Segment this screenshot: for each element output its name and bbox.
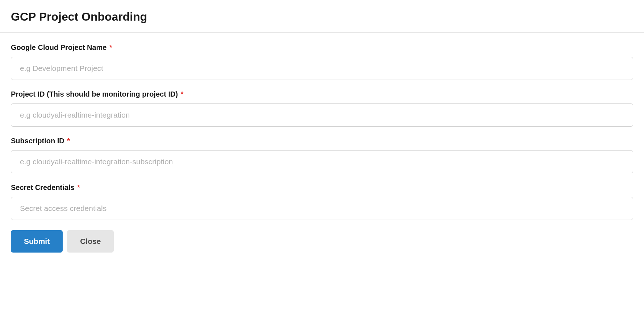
page-title: GCP Project Onboarding xyxy=(11,10,633,24)
required-asterisk-icon: * xyxy=(67,137,70,145)
form-group-project-id: Project ID (This should be monitoring pr… xyxy=(11,90,633,127)
label-subscription-id: Subscription ID * xyxy=(11,137,633,145)
subscription-id-input[interactable] xyxy=(11,150,633,173)
secret-credentials-input[interactable] xyxy=(11,197,633,220)
form-group-project-name: Google Cloud Project Name * xyxy=(11,43,633,80)
submit-button[interactable]: Submit xyxy=(11,230,63,253)
page-header: GCP Project Onboarding xyxy=(0,0,644,33)
required-asterisk-icon: * xyxy=(181,90,184,98)
project-id-input[interactable] xyxy=(11,103,633,127)
close-button[interactable]: Close xyxy=(67,230,114,253)
label-project-id-text: Project ID (This should be monitoring pr… xyxy=(11,90,178,98)
form-group-secret-credentials: Secret Credentials * xyxy=(11,183,633,220)
label-secret-credentials: Secret Credentials * xyxy=(11,183,633,192)
button-row: Submit Close xyxy=(11,230,633,253)
required-asterisk-icon: * xyxy=(77,183,80,191)
onboarding-form: Google Cloud Project Name * Project ID (… xyxy=(0,33,644,263)
label-secret-credentials-text: Secret Credentials xyxy=(11,183,75,191)
project-name-input[interactable] xyxy=(11,57,633,80)
form-group-subscription-id: Subscription ID * xyxy=(11,137,633,173)
label-project-name-text: Google Cloud Project Name xyxy=(11,43,106,51)
label-project-name: Google Cloud Project Name * xyxy=(11,43,633,52)
label-project-id: Project ID (This should be monitoring pr… xyxy=(11,90,633,98)
label-subscription-id-text: Subscription ID xyxy=(11,137,64,145)
required-asterisk-icon: * xyxy=(109,43,112,51)
